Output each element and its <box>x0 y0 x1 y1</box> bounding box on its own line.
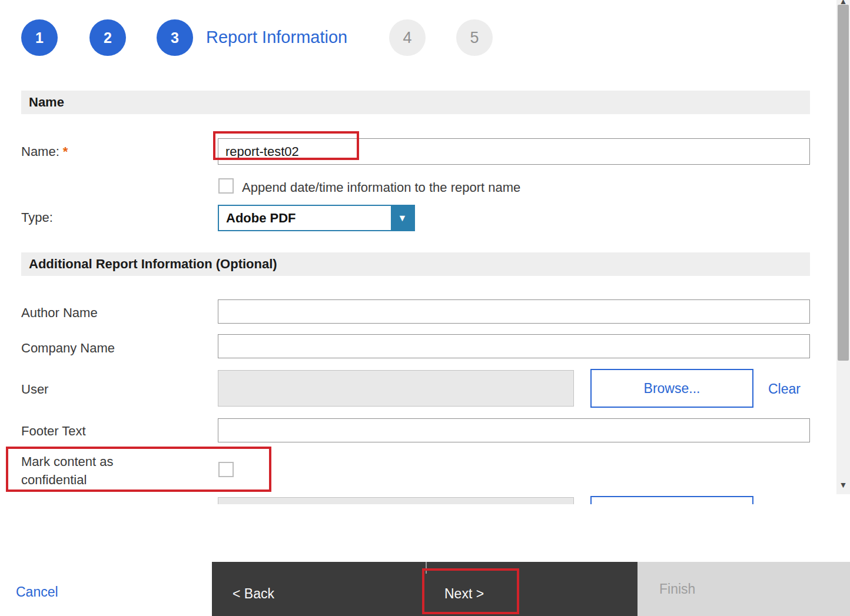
type-selected-value: Adobe PDF <box>219 206 391 230</box>
page-title: Report Information <box>206 28 347 47</box>
required-asterisk: * <box>63 144 68 159</box>
finish-button: Finish <box>638 562 850 616</box>
footer-divider <box>426 562 427 574</box>
clipped-browse-button <box>590 496 753 504</box>
confidential-checkbox[interactable] <box>218 462 234 477</box>
author-name-label: Author Name <box>21 305 98 321</box>
step-4-label: 4 <box>403 29 411 47</box>
chevron-down-icon[interactable]: ▼ <box>391 206 414 230</box>
report-wizard-dialog: 1 2 3 Report Information 4 5 Name Name:*… <box>0 0 850 616</box>
step-5-label: 5 <box>470 29 479 47</box>
step-1[interactable]: 1 <box>21 19 58 56</box>
section-header-name: Name <box>21 91 810 114</box>
footer-action-bar: < Back Next > <box>212 562 638 616</box>
step-4: 4 <box>389 19 426 56</box>
name-input[interactable] <box>218 138 810 165</box>
footer-text-input[interactable] <box>218 418 810 442</box>
append-datetime-checkbox[interactable] <box>218 178 234 194</box>
cancel-button[interactable]: Cancel <box>16 584 58 600</box>
user-label: User <box>21 382 48 397</box>
scroll-down-icon[interactable]: ▼ <box>836 477 850 493</box>
footer-text-label: Footer Text <box>21 424 86 439</box>
next-button[interactable]: Next > <box>444 586 484 602</box>
company-name-input[interactable] <box>218 334 810 358</box>
step-3[interactable]: 3 <box>157 19 193 56</box>
step-1-label: 1 <box>35 29 44 46</box>
clipped-disabled-field <box>218 497 574 504</box>
type-dropdown[interactable]: Adobe PDF ▼ <box>218 205 415 231</box>
user-value-field <box>218 370 574 407</box>
step-3-label: 3 <box>171 29 179 46</box>
name-label: Name:* <box>21 144 68 159</box>
confidential-label: Mark content as confidential <box>21 452 146 489</box>
author-name-input[interactable] <box>218 299 810 324</box>
step-2-label: 2 <box>104 29 112 46</box>
type-label: Type: <box>21 210 53 225</box>
step-5: 5 <box>456 19 493 56</box>
step-2[interactable]: 2 <box>89 19 126 56</box>
vertical-scrollbar[interactable]: ▲ ▼ <box>836 0 850 494</box>
browse-user-button[interactable]: Browse... <box>590 369 753 408</box>
append-datetime-label: Append date/time information to the repo… <box>242 180 520 195</box>
clear-user-link[interactable]: Clear <box>768 381 801 397</box>
scrollbar-thumb[interactable] <box>838 5 849 361</box>
section-header-additional: Additional Report Information (Optional) <box>21 252 810 276</box>
back-button[interactable]: < Back <box>233 586 274 602</box>
company-name-label: Company Name <box>21 341 115 356</box>
